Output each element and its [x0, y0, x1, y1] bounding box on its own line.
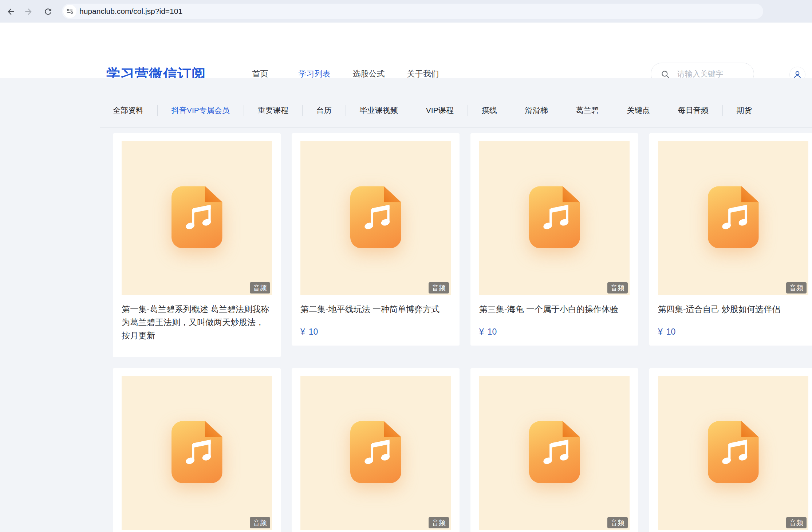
audio-file-icon: [350, 421, 401, 483]
product-card-4[interactable]: 音频: [113, 368, 281, 532]
category-tab-2[interactable]: 重要课程: [244, 105, 302, 116]
product-thumbnail: 音频: [479, 376, 630, 530]
site-header: 学习营微信订阅 首页学习列表选股公式关于我们: [0, 23, 812, 78]
product-thumbnail: 音频: [300, 141, 451, 295]
product-thumbnail: 音频: [479, 141, 630, 295]
audio-badge: 音频: [250, 282, 270, 293]
currency-symbol: ¥: [479, 327, 484, 336]
url-text: hupanclub.com/col.jsp?id=101: [79, 4, 182, 19]
audio-file-icon: [529, 421, 580, 483]
category-tab-5[interactable]: VIP课程: [412, 105, 468, 116]
price-amount: 10: [666, 327, 676, 336]
audio-badge: 音频: [429, 517, 449, 528]
music-note-icon: [359, 197, 392, 236]
product-card-5[interactable]: 音频: [292, 368, 460, 532]
category-tab-0[interactable]: 全部资料: [113, 105, 157, 116]
nav-item-1[interactable]: 学习列表: [287, 68, 342, 79]
url-bar[interactable]: hupanclub.com/col.jsp?id=101: [62, 4, 763, 19]
music-note-icon: [538, 431, 571, 471]
product-price: ¥10: [658, 325, 808, 338]
audio-badge: 音频: [250, 517, 270, 528]
product-thumbnail: 音频: [658, 141, 808, 295]
product-card-body: 第四集-适合自己 炒股如何选伴侣 ¥10: [649, 295, 812, 338]
category-tabs: 全部资料抖音VIP专属会员重要课程台历毕业课视频VIP课程摸线滑滑梯葛兰碧关键点…: [113, 105, 766, 116]
page: hupanclub.com/col.jsp?id=101 学习营微信订阅 首页学…: [0, 0, 812, 532]
main-nav: 首页学习列表选股公式关于我们: [233, 68, 450, 79]
refresh-icon: [43, 7, 53, 16]
audio-file-icon: [350, 186, 401, 248]
product-grid: 音频 第一集-葛兰碧系列概述 葛兰碧法则我称为葛兰碧王法则，又叫做两天炒股法，按…: [113, 133, 812, 532]
music-note-icon: [359, 431, 392, 471]
audio-file-icon: [172, 186, 222, 248]
product-card-0[interactable]: 音频 第一集-葛兰碧系列概述 葛兰碧法则我称为葛兰碧王法则，又叫做两天炒股法，按…: [113, 133, 281, 357]
audio-file-icon: [172, 421, 222, 483]
search-icon: [661, 70, 670, 79]
product-card-body: 第二集-地平线玩法 一种简单博弈方式 ¥10: [292, 295, 460, 338]
product-thumbnail: 音频: [122, 141, 272, 295]
audio-file-icon: [708, 186, 759, 248]
nav-item-2[interactable]: 选股公式: [342, 68, 396, 79]
category-tab-4[interactable]: 毕业课视频: [346, 105, 412, 116]
refresh-button[interactable]: [43, 7, 53, 16]
product-title: 第三集-海龟 一个属于小白的操作体验: [479, 303, 630, 316]
product-card-body: 第三集-海龟 一个属于小白的操作体验 ¥10: [470, 295, 638, 338]
music-note-icon: [181, 197, 213, 236]
category-tab-1[interactable]: 抖音VIP专属会员: [157, 105, 244, 116]
content-area: 全部资料抖音VIP专属会员重要课程台历毕业课视频VIP课程摸线滑滑梯葛兰碧关键点…: [0, 78, 812, 532]
category-tab-6[interactable]: 摸线: [468, 105, 511, 116]
product-price: ¥10: [479, 325, 630, 338]
product-card-2[interactable]: 音频 第三集-海龟 一个属于小白的操作体验 ¥10: [470, 133, 638, 346]
currency-symbol: ¥: [658, 327, 663, 336]
product-thumbnail: 音频: [300, 376, 451, 530]
product-card-7[interactable]: 音频: [649, 368, 812, 532]
forward-icon: [24, 7, 33, 16]
category-tab-11[interactable]: 期货: [722, 105, 766, 116]
audio-badge: 音频: [607, 282, 628, 293]
music-note-icon: [538, 197, 571, 236]
product-title: 第二集-地平线玩法 一种简单博弈方式: [300, 303, 451, 316]
music-note-icon: [181, 431, 213, 471]
audio-badge: 音频: [786, 517, 807, 528]
forward-button[interactable]: [24, 7, 33, 16]
music-note-icon: [717, 431, 750, 471]
product-price: ¥10: [300, 325, 451, 338]
nav-item-0[interactable]: 首页: [233, 68, 287, 79]
product-thumbnail: 音频: [658, 376, 808, 530]
site-settings-icon: [66, 8, 74, 15]
browser-toolbar: hupanclub.com/col.jsp?id=101: [0, 0, 812, 23]
category-tab-10[interactable]: 每日音频: [664, 105, 722, 116]
product-title: 第一集-葛兰碧系列概述 葛兰碧法则我称为葛兰碧王法则，又叫做两天炒股法，按月更新: [122, 303, 272, 342]
back-button[interactable]: [6, 7, 16, 16]
product-thumbnail: 音频: [122, 376, 272, 530]
category-tab-8[interactable]: 葛兰碧: [562, 105, 613, 116]
audio-badge: 音频: [786, 282, 807, 293]
category-tab-7[interactable]: 滑滑梯: [511, 105, 562, 116]
audio-badge: 音频: [607, 517, 628, 528]
product-card-6[interactable]: 音频: [470, 368, 638, 532]
audio-badge: 音频: [429, 282, 449, 293]
audio-file-icon: [529, 186, 580, 248]
product-card-3[interactable]: 音频 第四集-适合自己 炒股如何选伴侣 ¥10: [649, 133, 812, 346]
category-tab-3[interactable]: 台历: [302, 105, 346, 116]
category-tab-9[interactable]: 关键点: [613, 105, 664, 116]
price-amount: 10: [488, 327, 497, 336]
product-card-1[interactable]: 音频 第二集-地平线玩法 一种简单博弈方式 ¥10: [292, 133, 460, 346]
site-info-button[interactable]: [63, 5, 76, 18]
product-card-body: 第一集-葛兰碧系列概述 葛兰碧法则我称为葛兰碧王法则，又叫做两天炒股法，按月更新: [113, 295, 281, 342]
nav-item-3[interactable]: 关于我们: [396, 68, 450, 79]
price-amount: 10: [309, 327, 318, 336]
music-note-icon: [717, 197, 750, 236]
audio-file-icon: [708, 421, 759, 483]
back-icon: [6, 7, 16, 16]
product-title: 第四集-适合自己 炒股如何选伴侣: [658, 303, 808, 316]
currency-symbol: ¥: [300, 327, 305, 336]
tabs-divider: [100, 127, 812, 128]
